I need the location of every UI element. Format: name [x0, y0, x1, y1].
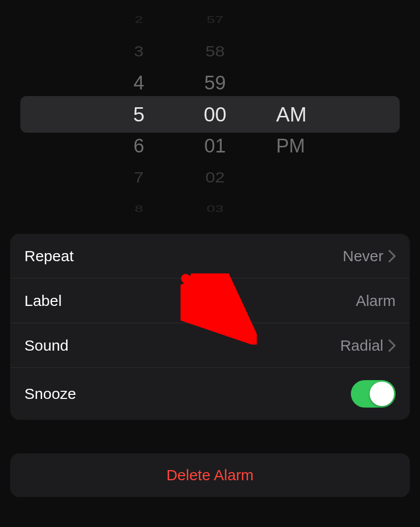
- hour-option[interactable]: 7: [134, 164, 144, 191]
- hour-option[interactable]: 3: [134, 38, 144, 65]
- sound-value-wrap: Radial: [340, 337, 396, 354]
- repeat-label: Repeat: [24, 247, 74, 265]
- time-picker[interactable]: 2 3 4 5 6 7 8 57 58 59 00 01 02 03 .: [10, 15, 410, 213]
- minute-option[interactable]: 59: [204, 67, 226, 99]
- repeat-value: Never: [343, 247, 383, 265]
- minute-option[interactable]: 57: [206, 15, 223, 29]
- hour-option[interactable]: 6: [133, 130, 144, 162]
- snooze-toggle[interactable]: [351, 380, 396, 408]
- label-value-wrap: Alarm: [356, 292, 396, 309]
- minute-option-selected[interactable]: 00: [204, 99, 227, 130]
- sound-value: Radial: [340, 337, 383, 354]
- hour-column[interactable]: 2 3 4 5 6 7 8: [124, 15, 154, 213]
- chevron-right-icon: [388, 250, 396, 262]
- snooze-label: Snooze: [24, 385, 76, 402]
- sound-row[interactable]: Sound Radial: [10, 323, 410, 368]
- hour-option[interactable]: 2: [135, 15, 143, 29]
- hour-option-selected[interactable]: 5: [133, 99, 144, 130]
- hour-option[interactable]: 4: [133, 67, 144, 99]
- label-label: Label: [24, 292, 62, 309]
- settings-list: Repeat Never Label Alarm Sound Radial: [10, 234, 410, 420]
- hour-option[interactable]: 8: [135, 199, 143, 213]
- chevron-right-icon: [388, 339, 396, 352]
- minute-option[interactable]: 01: [204, 130, 226, 162]
- ampm-option[interactable]: PM: [276, 130, 317, 162]
- toggle-knob: [370, 382, 394, 406]
- label-value: Alarm: [356, 292, 396, 309]
- minute-column[interactable]: 57 58 59 00 01 02 03: [200, 15, 230, 213]
- minute-option[interactable]: 02: [205, 164, 225, 191]
- ampm-column[interactable]: . . . AM PM . .: [276, 15, 317, 213]
- sound-label: Sound: [24, 337, 69, 354]
- label-row[interactable]: Label Alarm: [10, 278, 410, 323]
- minute-option[interactable]: 03: [206, 199, 223, 213]
- snooze-row: Snooze: [10, 368, 410, 420]
- repeat-value-wrap: Never: [343, 247, 396, 265]
- delete-alarm-button[interactable]: Delete Alarm: [10, 453, 410, 497]
- ampm-option-selected[interactable]: AM: [276, 99, 317, 130]
- minute-option[interactable]: 58: [205, 38, 225, 65]
- repeat-row[interactable]: Repeat Never: [10, 234, 410, 278]
- picker-columns: 2 3 4 5 6 7 8 57 58 59 00 01 02 03 .: [103, 15, 317, 213]
